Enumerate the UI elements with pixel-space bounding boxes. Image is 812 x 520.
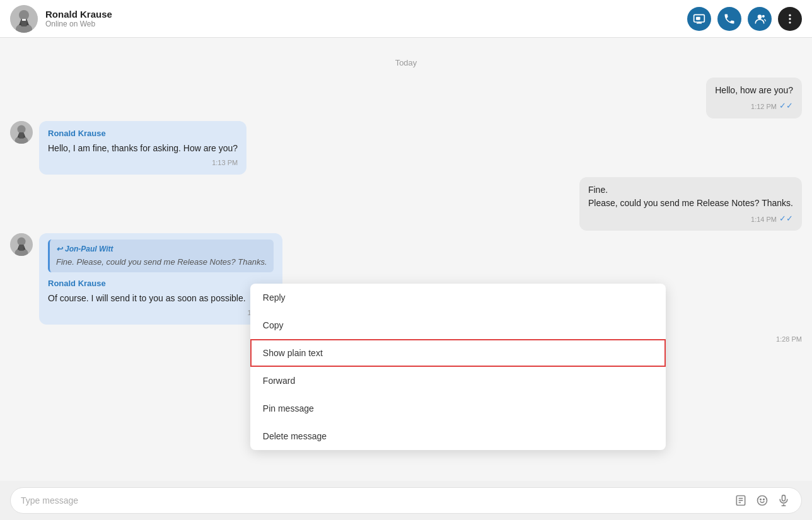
chat-area: Today Hello, how are you? 1:12 PM ✓✓ Ron… <box>0 38 812 481</box>
svg-rect-6 <box>696 16 700 20</box>
input-container <box>10 487 802 514</box>
call-button[interactable] <box>717 7 741 31</box>
svg-rect-15 <box>19 132 24 139</box>
message-time: 1:13 PM <box>212 158 238 168</box>
svg-point-11 <box>789 21 791 23</box>
voice-message-button[interactable] <box>776 493 791 508</box>
context-menu: Reply Copy Show plain text Forward Pin m… <box>250 284 666 450</box>
header-actions <box>687 7 802 31</box>
message-text: Of course. I will send it to you as soon… <box>48 293 246 303</box>
attach-file-button[interactable] <box>733 493 748 508</box>
svg-rect-27 <box>782 495 786 501</box>
context-menu-show-plain-text[interactable]: Show plain text <box>250 339 666 367</box>
context-menu-copy[interactable]: Copy <box>250 311 666 339</box>
svg-point-1 <box>19 10 29 20</box>
contact-avatar <box>10 5 38 33</box>
more-options-button[interactable] <box>778 7 802 31</box>
message-input[interactable] <box>21 495 727 506</box>
contact-name: Ronald Krause <box>45 9 112 20</box>
message-bubble: Ronald Krause Hello, I am fine, thanks f… <box>39 121 246 175</box>
svg-point-17 <box>17 238 25 246</box>
message-row: Hello, how are you? 1:12 PM ✓✓ <box>10 78 802 118</box>
message-text: Hello, how are you? <box>715 85 793 95</box>
date-divider: Today <box>0 58 812 67</box>
quoted-message: ↩ Jon-Paul Witt Fine. Please, could you … <box>48 240 274 272</box>
contact-status: Online on Web <box>45 20 112 28</box>
message-row: Fine. Please, could you send me Release … <box>10 177 802 231</box>
svg-point-9 <box>789 14 791 16</box>
message-bubble: Hello, how are you? 1:12 PM ✓✓ <box>706 78 802 118</box>
screen-share-button[interactable] <box>687 7 711 31</box>
sender-name: Ronald Krause <box>48 277 274 290</box>
reply-arrow-icon: ↩ <box>56 243 62 255</box>
svg-point-25 <box>760 499 762 500</box>
context-menu-reply[interactable]: Reply <box>250 284 666 311</box>
message-text-line2: Please, could you send me Release Notes?… <box>588 197 793 210</box>
svg-point-13 <box>17 125 25 133</box>
svg-rect-4 <box>22 19 26 21</box>
sender-avatar <box>10 233 33 256</box>
deleted-message-time: 1:28 PM <box>776 335 802 343</box>
quoted-text: Fine. Please, could you send me Release … <box>56 257 267 267</box>
context-menu-delete-message[interactable]: Delete message <box>250 422 666 450</box>
svg-point-8 <box>762 14 765 17</box>
svg-point-7 <box>758 14 762 19</box>
header-info: Ronald Krause Online on Web <box>45 9 112 28</box>
sender-name: Ronald Krause <box>48 127 238 140</box>
svg-point-24 <box>758 496 767 506</box>
context-menu-pin-message[interactable]: Pin message <box>250 395 666 422</box>
message-bubble: Fine. Please, could you send me Release … <box>579 177 802 231</box>
svg-point-10 <box>789 18 791 20</box>
message-time: 1:14 PM <box>751 214 777 225</box>
read-ticks: ✓✓ <box>779 100 793 112</box>
emoji-button[interactable] <box>755 493 770 508</box>
read-ticks: ✓✓ <box>779 212 793 225</box>
quoted-sender: ↩ Jon-Paul Witt <box>56 243 267 255</box>
message-text: Hello, I am fine, thanks for asking. How… <box>48 143 238 153</box>
svg-point-26 <box>763 499 765 500</box>
chat-header: Ronald Krause Online on Web <box>0 0 812 38</box>
contacts-button[interactable] <box>748 7 772 31</box>
context-menu-forward[interactable]: Forward <box>250 367 666 395</box>
message-input-area <box>0 481 812 520</box>
message-text-line1: Fine. <box>588 183 793 197</box>
message-row: Ronald Krause Hello, I am fine, thanks f… <box>10 121 802 175</box>
message-bubble: ↩ Jon-Paul Witt Fine. Please, could you … <box>39 233 282 325</box>
header-left: Ronald Krause Online on Web <box>10 5 112 33</box>
message-time: 1:12 PM <box>751 101 777 112</box>
sender-avatar <box>10 121 33 144</box>
svg-rect-19 <box>19 245 24 251</box>
